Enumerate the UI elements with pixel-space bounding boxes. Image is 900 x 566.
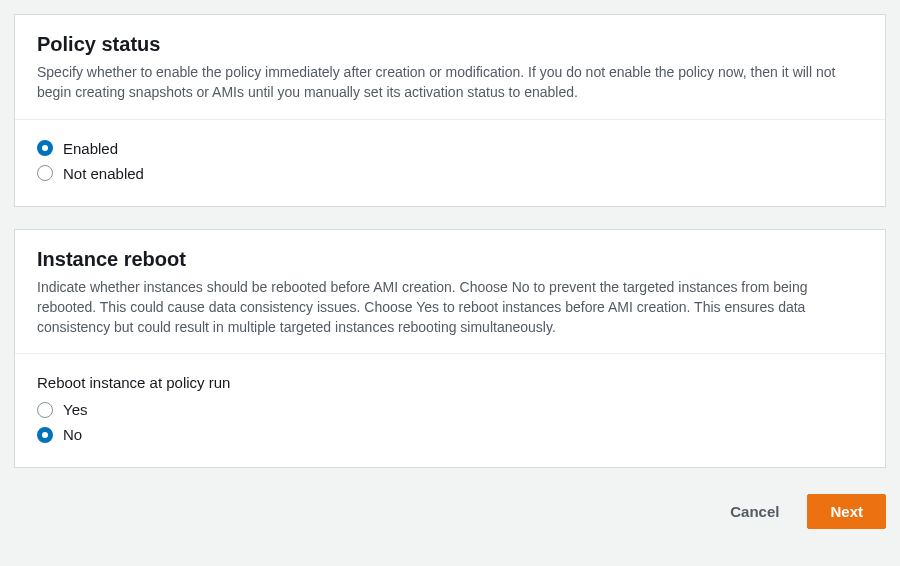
policy-status-header: Policy status Specify whether to enable …	[15, 15, 885, 119]
policy-status-body: Enabled Not enabled	[15, 120, 885, 206]
reboot-field-label: Reboot instance at policy run	[37, 374, 863, 391]
radio-label-yes: Yes	[63, 401, 87, 418]
radio-label-enabled: Enabled	[63, 140, 118, 157]
instance-reboot-radio-yes[interactable]: Yes	[37, 401, 863, 418]
radio-icon	[37, 140, 53, 156]
radio-label-no: No	[63, 426, 82, 443]
policy-status-radio-enabled[interactable]: Enabled	[37, 140, 863, 157]
policy-status-description: Specify whether to enable the policy imm…	[37, 62, 863, 103]
instance-reboot-panel: Instance reboot Indicate whether instanc…	[14, 229, 886, 469]
instance-reboot-title: Instance reboot	[37, 248, 863, 271]
radio-label-not-enabled: Not enabled	[63, 165, 144, 182]
policy-status-panel: Policy status Specify whether to enable …	[14, 14, 886, 207]
instance-reboot-header: Instance reboot Indicate whether instanc…	[15, 230, 885, 354]
policy-status-title: Policy status	[37, 33, 863, 56]
instance-reboot-radio-no[interactable]: No	[37, 426, 863, 443]
radio-icon	[37, 165, 53, 181]
form-footer: Cancel Next	[14, 490, 886, 535]
instance-reboot-description: Indicate whether instances should be reb…	[37, 277, 863, 338]
radio-icon	[37, 427, 53, 443]
policy-status-radio-not-enabled[interactable]: Not enabled	[37, 165, 863, 182]
radio-icon	[37, 402, 53, 418]
cancel-button[interactable]: Cancel	[720, 495, 789, 528]
instance-reboot-body: Reboot instance at policy run Yes No	[15, 354, 885, 467]
next-button[interactable]: Next	[807, 494, 886, 529]
